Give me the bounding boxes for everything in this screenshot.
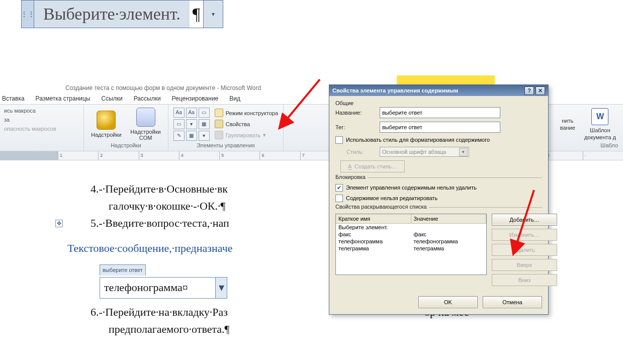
doc-line-4a: 4.-·Перейдите·в·Основные·вк — [91, 183, 228, 195]
tab-references[interactable]: Ссылки — [101, 95, 122, 102]
list-item[interactable]: телефонограммателефонограмма — [336, 238, 486, 245]
gear-icon — [136, 108, 155, 127]
list-item[interactable]: Выберите элемент. — [336, 224, 486, 231]
doc-line-6a: 6.-·Перейдите·на·вкладку·Раз — [91, 306, 228, 318]
tab-view[interactable]: Вид — [229, 95, 240, 102]
style-select-value: Основной шрифт абзаца — [382, 149, 446, 155]
protect-fragment-button[interactable]: нить вание — [558, 118, 577, 131]
macros-group: ись макроса за опасность макросов — [0, 105, 84, 151]
name-input[interactable] — [380, 107, 500, 118]
tag-label: Тег: — [335, 124, 376, 130]
use-style-checkbox[interactable] — [335, 136, 343, 144]
new-style-button: A̲ Создать стиль… — [340, 160, 405, 172]
addins-group-label: Надстройки — [89, 142, 163, 150]
templates-group-label: Шабло — [558, 142, 618, 150]
lock-delete-label: Элемент управления содержимым нельзя уда… — [346, 184, 542, 192]
dropdown-entries-list[interactable]: Краткое имя Значение Выберите элемент.фа… — [335, 214, 487, 275]
com-addins-button[interactable]: Надстройки COM — [128, 108, 162, 141]
group-label: Группировать — [226, 132, 261, 138]
doc-blue-line-a: Текстовое·сообщение,·предназначе — [67, 242, 233, 254]
new-style-icon: A̲ — [348, 163, 352, 170]
properties-label: Свойства — [226, 121, 250, 127]
lock-delete-checkbox[interactable]: ✔ — [335, 184, 343, 192]
document-template-button[interactable]: W Шаблон документа д — [582, 108, 618, 140]
list-item[interactable]: телеграммателеграмма — [336, 245, 486, 252]
add-button[interactable]: Добавить… — [492, 214, 557, 226]
group-button: Группировать ▾ — [215, 131, 278, 139]
tab-page-layout[interactable]: Разметка страницы — [36, 95, 91, 102]
tab-insert[interactable]: Вставка — [2, 95, 25, 102]
macro-record-fragment[interactable]: ись макроса — [4, 108, 79, 114]
controls-gallery[interactable]: Aa Aa ▭ ▭ ▾ ▦ ✎ ▦ ▾ — [173, 108, 210, 141]
lock-edit-label: Содержимое нельзя редактировать — [346, 195, 542, 202]
object-anchor-icon[interactable]: ✥ — [55, 220, 63, 227]
properties-button[interactable]: Свойства — [215, 120, 278, 128]
pilcrow-icon: ¶ — [190, 1, 203, 28]
legacy-tools-icon[interactable]: ✎ — [173, 131, 185, 141]
protect-fragment-a: нить — [562, 118, 573, 124]
tab-mailings[interactable]: Рассылки — [134, 95, 161, 102]
move-down-button: Вниз — [492, 274, 557, 286]
picture-control-icon[interactable]: ▭ — [199, 108, 210, 118]
style-select: Основной шрифт абзаца ▾ — [380, 147, 469, 157]
more-controls-icon[interactable]: ▾ — [199, 131, 210, 141]
content-control-placeholder[interactable]: Выберите·элемент. — [34, 1, 190, 28]
rich-text-control-icon[interactable]: Aa — [173, 108, 185, 118]
macro-pause-fragment[interactable]: за — [4, 117, 79, 123]
controls-group-label: Элементы управления — [173, 142, 278, 150]
chevron-down-icon: ▾ — [459, 148, 468, 156]
move-up-button: Вверх — [492, 259, 557, 271]
name-label: Название: — [335, 110, 376, 116]
col-display-name[interactable]: Краткое имя — [336, 214, 411, 223]
design-mode-label: Режим конструктора — [226, 110, 278, 116]
design-mode-button[interactable]: Режим конструктора — [215, 109, 278, 117]
group-lock-label: Блокировка — [335, 174, 368, 180]
style-label: Стиль: — [346, 149, 376, 155]
content-control-value[interactable]: телефонограмма¤ — [100, 278, 215, 298]
dropdown-control-icon[interactable]: ▾ — [186, 119, 197, 129]
properties-icon — [215, 120, 223, 128]
col-value[interactable]: Значение — [411, 214, 487, 223]
help-button[interactable]: ? — [524, 86, 534, 95]
com-addins-label: Надстройки COM — [130, 129, 160, 141]
template-label-b: документа д — [584, 134, 616, 140]
dropdown-arrow-icon[interactable]: ▾ — [215, 278, 227, 298]
close-button[interactable]: ✕ — [536, 86, 545, 95]
chevron-down-icon: ▾ — [263, 132, 266, 138]
content-control-tag[interactable]: выберите ответ — [100, 264, 146, 276]
combo-control-icon[interactable]: ▭ — [173, 119, 185, 129]
content-control-grip-icon[interactable]: ⋮⋮ — [22, 1, 34, 28]
use-style-label: Использовать стиль для форматирования со… — [346, 136, 542, 144]
tag-input[interactable] — [380, 122, 500, 133]
addins-label: Надстройки — [91, 132, 121, 138]
addins-button[interactable]: Надстройки — [89, 111, 123, 138]
group-common-label: Общие — [335, 100, 355, 106]
group-icon — [215, 131, 223, 139]
lock-edit-checkbox[interactable] — [335, 195, 343, 202]
cancel-button[interactable]: Отмена — [483, 296, 542, 308]
controls-group: Aa Aa ▭ ▭ ▾ ▦ ✎ ▦ ▾ Режим конструктора — [168, 105, 284, 151]
group-list-label: Свойства раскрывающегося списка — [335, 204, 429, 210]
addins-group: Надстройки Надстройки COM Надстройки — [84, 105, 168, 151]
new-style-label: Создать стиль… — [354, 163, 397, 169]
content-control-top: ⋮⋮ Выберите·элемент. ¶ ▾ — [21, 0, 223, 28]
macro-security-fragment[interactable]: опасность макросов — [4, 126, 79, 132]
template-label-a: Шаблон — [590, 127, 610, 133]
dialog-titlebar[interactable]: Свойства элемента управления содержимым … — [329, 85, 548, 96]
word-file-icon: W — [591, 108, 608, 125]
ok-button[interactable]: OK — [418, 296, 478, 308]
content-control-properties-dialog: Свойства элемента управления содержимым … — [329, 84, 549, 315]
plain-text-control-icon[interactable]: Aa — [186, 108, 197, 118]
building-block-control-icon[interactable]: ▦ — [186, 131, 197, 141]
edit-button: Изменить… — [492, 229, 557, 241]
delete-button: Удалить — [492, 244, 557, 256]
dropdown-arrow-icon[interactable]: ▾ — [203, 1, 223, 28]
date-control-icon[interactable]: ▦ — [199, 119, 210, 129]
tab-review[interactable]: Рецензирование — [172, 95, 219, 102]
dialog-title: Свойства элемента управления содержимым — [332, 87, 458, 94]
list-item[interactable]: факсфакс — [336, 231, 486, 238]
inline-content-control[interactable]: выберите ответ телефонограмма¤ ▾ — [100, 260, 227, 298]
gear-icon — [97, 111, 116, 130]
design-mode-icon — [215, 109, 223, 117]
protect-fragment-b: вание — [560, 125, 575, 131]
